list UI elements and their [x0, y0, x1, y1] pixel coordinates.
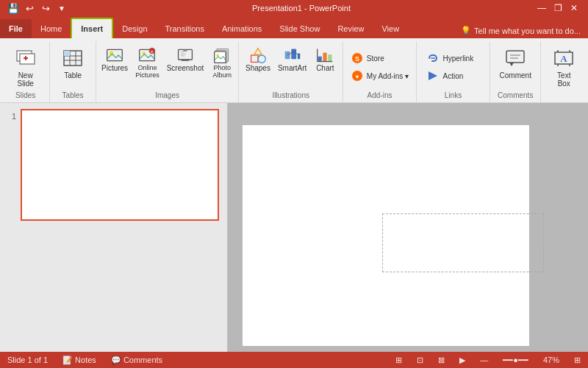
text-box-button[interactable]: A TextBox [546, 44, 581, 90]
comments-group-items: Comment [495, 41, 536, 90]
slide-canvas[interactable] [243, 125, 529, 346]
illustrations-group-items: Shapes SmartArt [243, 41, 339, 90]
ribbon-group-text: A TextBox [541, 41, 587, 102]
svg-rect-30 [291, 49, 296, 59]
view-slideshow-icon[interactable]: ▶ [459, 355, 465, 365]
slide-panel: 1 [0, 103, 228, 352]
zoom-percent: 47% [543, 355, 559, 364]
tab-file[interactable]: File [0, 19, 32, 38]
view-normal-icon[interactable]: ⊞ [395, 355, 402, 365]
pictures-icon [106, 46, 123, 64]
table-icon [61, 46, 85, 70]
save-button[interactable]: 💾 [6, 1, 21, 15]
store-icon: S [351, 52, 364, 65]
customize-qat-button[interactable]: ▼ [54, 1, 69, 15]
undo-button[interactable]: ↩ [22, 1, 37, 15]
fit-window-button[interactable]: ⊞ [574, 355, 581, 365]
slide-thumb-1: 1 [6, 109, 221, 221]
svg-marker-44 [429, 71, 437, 80]
tab-design[interactable]: Design [113, 19, 156, 38]
comments-status[interactable]: 💬 Comments [111, 355, 162, 365]
tab-review[interactable]: Review [329, 19, 373, 38]
shapes-button[interactable]: Shapes [243, 44, 273, 74]
quick-access-toolbar: 💾 ↩ ↪ ▼ [6, 1, 69, 15]
photo-album-icon [213, 46, 231, 64]
store-button[interactable]: S Store [348, 50, 406, 66]
images-group-items: Pictures + OnlinePictures [98, 41, 236, 90]
screenshot-button[interactable]: Screenshot [164, 44, 207, 74]
shapes-icon [249, 46, 267, 64]
action-label: Action [442, 72, 463, 80]
window-title: Presentation1 - PowerPoint [74, 4, 529, 13]
minimize-button[interactable]: — [534, 0, 550, 16]
slides-group-items: NewSlide [7, 41, 45, 90]
ribbon-group-illustrations: Shapes SmartArt [239, 41, 343, 102]
images-group-label: Images [102, 90, 233, 102]
text-box-label: TextBox [557, 71, 570, 88]
svg-rect-34 [318, 57, 322, 62]
view-reading-icon[interactable]: ⊠ [438, 355, 445, 365]
new-slide-icon [14, 46, 37, 70]
slide-canvas-area[interactable] [228, 103, 588, 352]
screenshot-label: Screenshot [167, 64, 204, 72]
zoom-level: — [480, 355, 488, 364]
tab-insert[interactable]: Insert [71, 18, 113, 38]
notes-button[interactable]: 📝 Notes [62, 355, 96, 365]
slide-thumbnail[interactable] [21, 109, 219, 221]
text-box-icon: A [552, 46, 576, 70]
text-placeholder[interactable] [382, 213, 544, 272]
smartart-button[interactable]: SmartArt [275, 44, 309, 74]
ribbon: NewSlide Slides Table [0, 38, 588, 103]
comment-button[interactable]: Comment [495, 44, 536, 82]
svg-text:♥: ♥ [355, 74, 359, 80]
tab-view[interactable]: View [373, 19, 408, 38]
addins-group-items: S Store ♥ My Add-ins ▾ [348, 41, 412, 90]
svg-rect-10 [107, 49, 123, 60]
ribbon-tab-bar: File Home Insert Design Transitions Anim… [0, 16, 588, 38]
tab-transitions[interactable]: Transitions [157, 19, 213, 38]
slide-info: Slide 1 of 1 [7, 355, 48, 364]
new-slide-label: NewSlide [18, 71, 34, 88]
svg-rect-36 [329, 54, 332, 61]
links-group-items: Hyperlink Action [423, 41, 482, 90]
close-button[interactable]: ✕ [566, 0, 582, 16]
svg-rect-35 [323, 53, 327, 62]
text-group-items: A TextBox [546, 41, 581, 98]
action-icon [426, 69, 440, 82]
hyperlink-label: Hyperlink [442, 54, 473, 63]
tab-home[interactable]: Home [32, 19, 71, 38]
my-addins-button[interactable]: ♥ My Add-ins ▾ [348, 68, 412, 84]
svg-marker-46 [509, 63, 514, 66]
svg-text:A: A [561, 53, 568, 64]
table-button[interactable]: Table [55, 44, 90, 82]
zoom-slider[interactable]: ━━●━━ [503, 355, 528, 365]
tab-animations[interactable]: Animations [213, 19, 270, 38]
my-addins-label: My Add-ins ▾ [367, 72, 409, 80]
store-label: Store [367, 54, 384, 63]
redo-button[interactable]: ↪ [38, 1, 53, 15]
screenshot-icon [176, 46, 194, 64]
comment-icon [503, 46, 527, 70]
text-group-label [547, 98, 581, 102]
smartart-label: SmartArt [278, 64, 306, 72]
restore-button[interactable]: ❐ [550, 0, 566, 16]
main-area: 1 [0, 103, 588, 352]
view-outline-icon[interactable]: ⊡ [417, 355, 423, 365]
slides-group-label: Slides [7, 90, 43, 102]
svg-point-25 [217, 54, 219, 56]
tables-group-items: Table [55, 41, 90, 90]
svg-rect-18 [183, 49, 187, 52]
new-slide-button[interactable]: NewSlide [7, 44, 45, 90]
chart-button[interactable]: Chart [311, 44, 339, 74]
photo-album-button[interactable]: PhotoAlbum [208, 44, 236, 81]
svg-rect-17 [182, 60, 189, 61]
links-group-label: Links [423, 90, 484, 102]
tell-me-bar[interactable]: 💡 Tell me what you want to do... [453, 23, 588, 38]
tab-slideshow[interactable]: Slide Show [270, 19, 329, 38]
online-pictures-button[interactable]: + OnlinePictures [132, 44, 162, 81]
my-addins-icon: ♥ [351, 69, 364, 82]
action-button[interactable]: Action [423, 68, 482, 84]
pictures-button[interactable]: Pictures [98, 44, 131, 74]
svg-marker-28 [254, 49, 262, 55]
hyperlink-button[interactable]: Hyperlink [423, 50, 482, 66]
